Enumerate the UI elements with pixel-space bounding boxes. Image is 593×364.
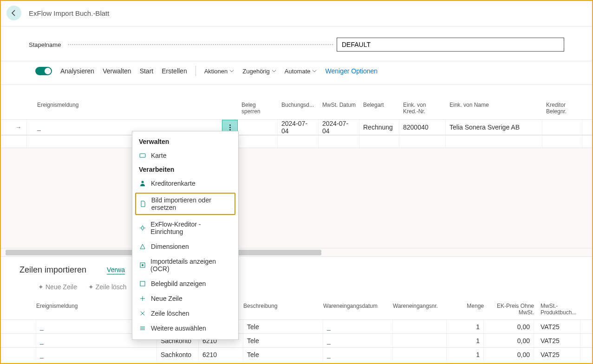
actions-dropdown[interactable]: Aktionen <box>204 68 235 75</box>
line-desc-cell[interactable]: Tele <box>243 320 323 333</box>
analyze-toggle[interactable] <box>35 67 52 75</box>
line-event-cell[interactable]: _ <box>36 348 157 361</box>
line-qty-cell[interactable]: 1 <box>447 320 484 333</box>
delete-line-icon: ✦ <box>88 283 94 291</box>
doctype-header[interactable]: Belegart <box>359 100 399 119</box>
horizontal-scrollbar[interactable] <box>1 248 592 257</box>
delete-line-button[interactable]: ✦ Zeile lösch <box>88 283 127 291</box>
line-type-cell[interactable]: Sachkonto <box>157 348 199 361</box>
analyze-label[interactable]: Analysieren <box>60 67 94 75</box>
automate-dropdown[interactable]: Automate <box>285 68 317 75</box>
line-recd-cell[interactable]: _ <box>323 348 393 361</box>
posting-header[interactable]: Buchungsd... <box>278 100 319 119</box>
fewer-options-link[interactable]: Weniger Optionen <box>325 67 378 75</box>
vendor-name-header[interactable]: Eink. von Name <box>446 100 542 119</box>
vendor-no-cell[interactable]: 8200040 <box>399 120 446 135</box>
line-recno-cell[interactable] <box>393 320 447 333</box>
batch-name-input[interactable] <box>337 38 564 52</box>
line-cost-cell[interactable]: 0,00 <box>484 320 534 333</box>
line-vat-cell[interactable]: VAT25 <box>534 348 580 361</box>
line-cost-cell[interactable]: 0,00 <box>484 348 534 361</box>
menu-header-process: Verarbeiten <box>132 163 238 176</box>
line-recno-cell[interactable] <box>393 334 447 347</box>
line-row[interactable]: _ Tele _ 1 0,00 VAT25 <box>1 319 592 333</box>
doctype-cell[interactable]: Rechnung <box>359 120 399 135</box>
line-recno-cell[interactable] <box>393 348 447 361</box>
line-vat-header[interactable]: MwSt.-Produktbuch... <box>534 303 580 316</box>
manage-button[interactable]: Verwalten <box>103 67 131 75</box>
line-recd-cell[interactable]: _ <box>323 320 393 333</box>
dotted-separator <box>68 44 333 45</box>
line-receipt-no-header[interactable]: Wareneingangsnr. <box>393 303 447 316</box>
vendor-doc-header[interactable]: Kreditor Belegnr. <box>542 100 582 119</box>
line-receipt-date-header[interactable]: Wareneingangsdatum <box>323 303 393 316</box>
menu-header-manage: Verwalten <box>132 135 238 148</box>
event-header[interactable]: Ereignismeldung <box>27 100 222 119</box>
line-cost-cell[interactable]: 0,00 <box>484 334 534 347</box>
person-icon <box>139 180 146 187</box>
image-icon <box>139 280 146 287</box>
line-cost-header[interactable]: EK-Preis Ohne MwSt. <box>484 303 534 316</box>
batch-name-label: Stapelname <box>29 41 61 48</box>
block-cell[interactable] <box>238 120 278 135</box>
menu-select-more[interactable]: Weitere auswählen <box>132 321 238 336</box>
dimensions-icon <box>139 243 146 250</box>
svg-point-2 <box>141 227 144 229</box>
svg-point-4 <box>142 264 143 266</box>
document-icon <box>140 200 147 208</box>
block-header[interactable]: Beleg sperren <box>238 100 278 119</box>
menu-exflow-vendor[interactable]: ExFlow-Kreditor - Einrichtung <box>132 217 238 239</box>
line-row[interactable]: _ Sachkonto 6210 Tele _ 1 0,00 VAT25 <box>1 333 592 347</box>
arrow-left-icon <box>10 9 18 17</box>
new-line-icon <box>139 295 146 302</box>
chevron-down-icon <box>312 69 317 73</box>
menu-ocr[interactable]: Importdetails anzeigen (OCR) <box>132 254 238 276</box>
line-desc-header[interactable]: Beschreibung <box>243 303 323 316</box>
import-lines-title: Zeilen importieren <box>20 265 86 275</box>
svg-rect-0 <box>140 154 145 157</box>
line-qty-cell[interactable]: 1 <box>447 334 484 347</box>
table-row[interactable]: → _ 2024-07-04 2024-07-04 Rechnung 82000… <box>1 119 592 135</box>
menu-doc-image[interactable]: Belegbild anzeigen <box>132 276 238 291</box>
separator <box>195 66 196 76</box>
manage-link[interactable]: Verwa <box>107 266 125 274</box>
delete-icon <box>139 310 146 317</box>
grid-empty-area <box>1 148 592 248</box>
svg-rect-5 <box>140 281 145 286</box>
menu-dimensions[interactable]: Dimensionen <box>132 239 238 254</box>
svg-point-1 <box>142 181 144 183</box>
create-button[interactable]: Erstellen <box>162 67 187 75</box>
empty-row <box>1 135 592 148</box>
chevron-down-icon <box>229 69 234 73</box>
back-button[interactable] <box>7 6 21 20</box>
gear-icon <box>139 224 146 232</box>
line-vat-cell[interactable]: VAT25 <box>534 334 580 347</box>
vendor-doc-cell[interactable] <box>542 120 582 135</box>
vendor-name-cell[interactable]: Telia Sonera Sverige AB <box>446 120 542 135</box>
line-desc-cell[interactable]: Tele <box>243 334 323 347</box>
menu-card[interactable]: Karte <box>132 148 238 163</box>
menu-new-line[interactable]: Neue Zeile <box>132 291 238 306</box>
start-button[interactable]: Start <box>140 67 154 75</box>
row-selector[interactable]: → <box>10 120 27 135</box>
line-no-cell[interactable]: 6210 <box>199 348 243 361</box>
new-line-button[interactable]: ✦ Neue Zeile <box>38 283 77 291</box>
row-context-menu: Verwalten Karte Verarbeiten Kreditorenka… <box>132 131 239 340</box>
list-icon <box>139 325 146 332</box>
line-qty-header[interactable]: Menge <box>447 303 484 316</box>
line-qty-cell[interactable]: 1 <box>447 348 484 361</box>
related-dropdown[interactable]: Zugehörig <box>242 68 276 75</box>
vat-date-header[interactable]: MwSt. Datum <box>319 100 359 119</box>
menu-import-image[interactable]: Bild importieren oder ersetzen <box>135 193 235 215</box>
vendor-no-header[interactable]: Eink. von Kred.-Nr. <box>399 100 446 119</box>
menu-delete-line[interactable]: Zeile löschen <box>132 306 238 321</box>
posting-cell[interactable]: 2024-07-04 <box>278 120 319 135</box>
more-header <box>222 100 238 119</box>
menu-vendor-card[interactable]: Kreditorenkarte <box>132 176 238 191</box>
line-desc-cell[interactable]: Tele <box>243 348 323 361</box>
row-selector-header <box>10 100 27 119</box>
line-vat-cell[interactable]: VAT25 <box>534 320 580 333</box>
line-recd-cell[interactable]: _ <box>323 334 393 347</box>
line-row[interactable]: _ Sachkonto 6210 Tele _ 1 0,00 VAT25 <box>1 347 592 361</box>
vat-date-cell[interactable]: 2024-07-04 <box>319 120 359 135</box>
